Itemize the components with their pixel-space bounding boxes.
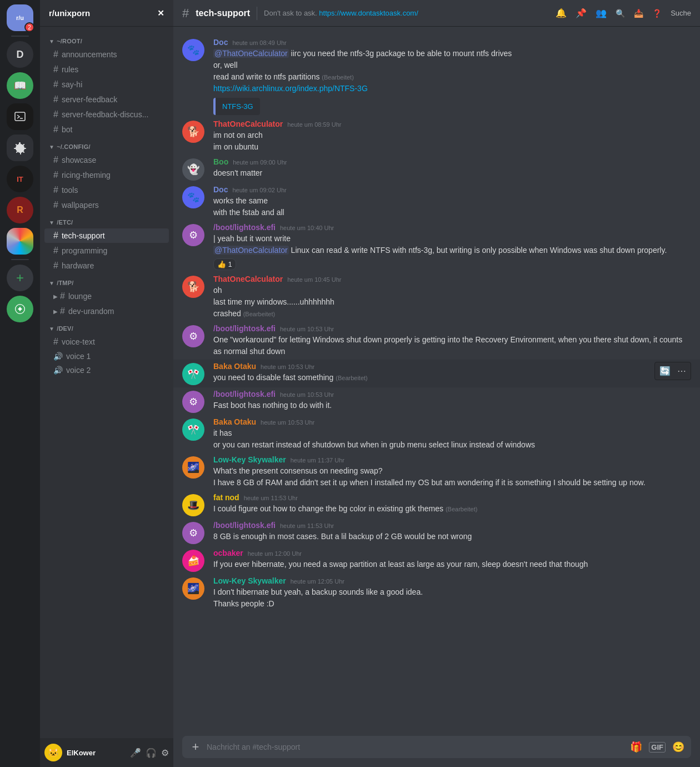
channel-server-feedback-discus[interactable]: #server-feedback-discus... <box>44 107 169 122</box>
channel-lounge[interactable]: ▶ #lounge <box>44 289 169 303</box>
server-icon-unixporn[interactable]: r/u 2 <box>7 4 33 31</box>
server-icon-d[interactable]: D <box>7 41 33 68</box>
message-author: Baka Otaku <box>213 417 256 426</box>
mic-icon[interactable]: 🎤 <box>130 748 141 758</box>
message-group: 👻 Boo heute um 09:00 Uhr doesn't matter <box>173 155 700 183</box>
message-content: https://wiki.archlinux.org/index.php/NTF… <box>213 83 691 94</box>
gif-icon[interactable]: GIF <box>649 742 666 753</box>
category-config[interactable]: ▼ ~/.CONFIG/ <box>40 141 173 152</box>
chat-input[interactable] <box>207 736 626 758</box>
category-etc[interactable]: ▼ /ETC/ <box>40 217 173 228</box>
react-button[interactable]: 🔄 <box>657 365 673 377</box>
server-badge: 2 <box>24 22 34 32</box>
channel-announcements[interactable]: #announcements <box>44 47 169 62</box>
hash-icon: # <box>53 231 58 241</box>
server-icon-book[interactable]: 📖 <box>7 72 33 99</box>
channel-hardware[interactable]: #hardware <box>44 258 169 273</box>
channel-wallpapers[interactable]: #wallpapers <box>44 198 169 212</box>
channel-name: lounge <box>68 292 92 301</box>
add-server-button[interactable]: + <box>7 265 33 291</box>
channel-tools[interactable]: #tools <box>44 183 169 197</box>
headphones-icon[interactable]: 🎧 <box>146 748 157 758</box>
message-header: /boot/lightosk.efi heute um 10:53 Uhr <box>213 324 691 333</box>
server-header[interactable]: r/unixporn ✕ <box>40 0 173 27</box>
category-dev[interactable]: ▼ /DEV/ <box>40 323 173 334</box>
search-icon[interactable]: 🔍 <box>616 9 625 18</box>
members-icon[interactable]: 👥 <box>596 8 607 18</box>
speaker-icon: 🔊 <box>53 352 63 361</box>
header-divider <box>257 7 257 20</box>
category-arrow: ▼ <box>49 144 54 150</box>
hash-icon: # <box>53 246 58 256</box>
message-content: crashed (Bearbeitet) <box>213 308 691 320</box>
channel-topic: Don't ask to ask. https://www.dontasktoa… <box>264 9 549 17</box>
message-author: /boot/lightosk.efi <box>213 521 276 530</box>
message-content: read and write to ntfs partitions (Bearb… <box>213 71 691 83</box>
reaction[interactable]: 👍 1 <box>213 258 236 270</box>
inbox-icon[interactable]: 📥 <box>634 9 643 18</box>
server-icon-it[interactable]: IT <box>7 166 33 192</box>
message-header: /boot/lightosk.efi heute um 11:53 Uhr <box>213 521 691 530</box>
hash-icon: # <box>53 94 58 104</box>
message-group: 🎩 fat nod heute um 11:53 Uhr I could fig… <box>173 491 700 519</box>
message-content: Thanks people :D <box>213 598 691 610</box>
message-content: it has <box>213 427 691 439</box>
input-wrapper: + 🎁 GIF 😊 <box>182 736 691 758</box>
channel-voice-2[interactable]: 🔊voice 2 <box>44 363 169 377</box>
channel-say-hi[interactable]: #say-hi <box>44 77 169 92</box>
main-content: # tech-support Don't ask to ask. https:/… <box>173 0 700 767</box>
category-root[interactable]: ▼ ~/ROOT/ <box>40 36 173 47</box>
message-timestamp: heute um 10:53 Uhr <box>261 419 314 426</box>
settings-icon[interactable]: ⚙ <box>161 748 169 758</box>
server-divider-2 <box>11 259 29 260</box>
speaker-icon: 🔊 <box>53 366 63 375</box>
message-body: Doc heute um 08:49 Uhr @ThatOneCalculato… <box>213 38 691 115</box>
channel-bot[interactable]: #bot <box>44 122 169 137</box>
notification-icon[interactable]: 🔔 <box>556 8 567 18</box>
category-tmp[interactable]: ▼ /TMP/ <box>40 277 173 288</box>
message-content: with the fstab and all <box>213 207 691 218</box>
message-timestamp: heute um 10:45 Uhr <box>287 276 341 283</box>
message-content: works the same <box>213 195 691 207</box>
channel-tech-support[interactable]: #tech-support <box>44 228 169 243</box>
more-button[interactable]: ⋯ <box>675 365 688 377</box>
channel-voice-1[interactable]: 🔊voice 1 <box>44 350 169 363</box>
message-link[interactable]: https://wiki.archlinux.org/index.php/NTF… <box>213 84 368 93</box>
topic-link[interactable]: https://www.dontasktoask.com/ <box>319 9 418 17</box>
user-avatar: 🐱 <box>44 744 62 761</box>
channel-voice-text[interactable]: #voice-text <box>44 335 169 349</box>
message-group: ⚙ /boot/lightosk.efi heute um 11:53 Uhr … <box>173 519 700 546</box>
gift-icon[interactable]: 🎁 <box>630 741 642 753</box>
emoji-icon[interactable]: 😊 <box>672 741 684 753</box>
category-name: ~/.CONFIG/ <box>57 143 91 150</box>
message-content: Fast boot has nothing to do with it. <box>213 400 691 411</box>
explore-button[interactable] <box>7 296 33 322</box>
message-content: or, well <box>213 59 691 71</box>
channel-dev-urandom[interactable]: ▶ #dev-urandom <box>44 304 169 318</box>
server-icon-r[interactable]: R <box>7 197 33 223</box>
help-icon[interactable]: ❓ <box>652 9 662 18</box>
server-icon-art[interactable] <box>7 228 33 255</box>
search-text[interactable]: Suche <box>671 9 691 17</box>
message-group: 🎌 Baka Otaku heute um 10:53 Uhr it has o… <box>173 415 700 453</box>
pin-icon[interactable]: 📌 <box>576 8 587 18</box>
server-icon-gear[interactable] <box>7 135 33 161</box>
message-group: 🐕 ThatOneCalculator heute um 10:45 Uhr o… <box>173 272 700 322</box>
server-icon-terminal[interactable] <box>7 103 33 130</box>
category-name: /TMP/ <box>57 280 73 286</box>
hash-icon: # <box>53 49 58 59</box>
channel-name: voice 2 <box>66 366 91 375</box>
channel-name: bot <box>62 125 72 134</box>
message-body: ThatOneCalculator heute um 10:45 Uhr oh … <box>213 275 691 320</box>
channel-showcase[interactable]: #showcase <box>44 153 169 167</box>
message-author: /boot/lightosk.efi <box>213 390 276 399</box>
message-header: Baka Otaku heute um 10:53 Uhr <box>213 417 691 426</box>
channel-programming[interactable]: #programming <box>44 243 169 258</box>
channel-name: rules <box>62 65 78 74</box>
message-timestamp: heute um 10:53 Uhr <box>280 391 334 398</box>
input-add-button[interactable]: + <box>189 740 202 754</box>
channel-server-feedback[interactable]: #server-feedback <box>44 92 169 107</box>
channel-ricing-theming[interactable]: #ricing-theming <box>44 168 169 182</box>
message-timestamp: heute um 08:59 Uhr <box>287 121 341 128</box>
channel-rules[interactable]: #rules <box>44 62 169 77</box>
